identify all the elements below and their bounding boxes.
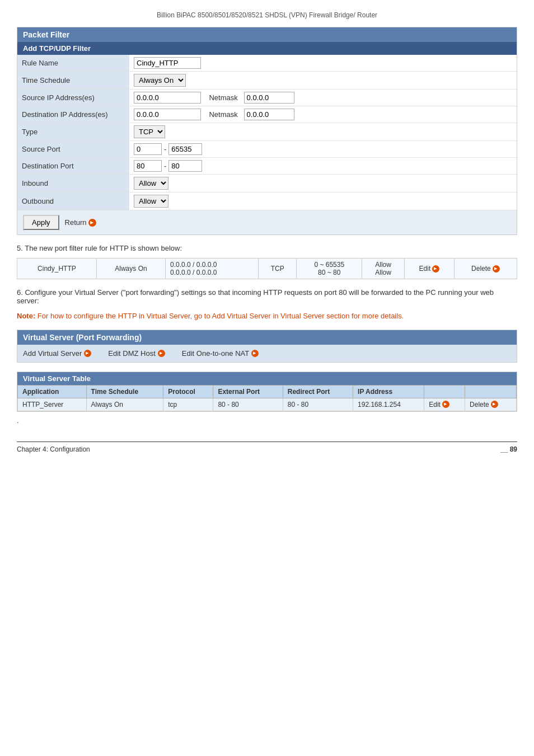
vs-table-row: HTTP_Server Always On tcp 80 - 80 80 - 8… <box>18 398 517 411</box>
time-schedule-select[interactable]: Always On <box>134 74 186 87</box>
vs-delete-icon <box>491 401 498 408</box>
page-header: Billion BiPAC 8500/8501/8520/8521 SHDSL … <box>17 11 517 19</box>
dest-netmask-label: Netmask <box>209 110 237 119</box>
vs-redirect-port: 80 - 80 <box>283 398 353 411</box>
apply-row: Apply Return <box>17 210 517 234</box>
packet-filter-title: Packet Filter <box>17 27 517 42</box>
inbound-select[interactable]: Allow <box>134 177 168 190</box>
vs-table-title: Virtual Server Table <box>17 372 517 385</box>
filter-rule-name: Cindy_HTTP <box>17 259 97 279</box>
filter-port-cell: 0 ~ 65535 80 ~ 80 <box>297 259 362 279</box>
return-button[interactable]: Return <box>65 218 96 227</box>
note-text: Note: For how to configure the HTTP in V… <box>17 311 517 322</box>
source-ip-input[interactable] <box>134 92 201 104</box>
rule-name-row: Rule Name <box>17 55 517 72</box>
vs-time-schedule: Always On <box>86 398 163 411</box>
time-schedule-row: Time Schedule Always On <box>17 72 517 90</box>
outbound-row: Outbound Allow <box>17 192 517 210</box>
vs-app: HTTP_Server <box>18 398 87 411</box>
footer-page: __ 89 <box>500 445 517 453</box>
vs-edit-cell: Edit <box>424 398 465 411</box>
vs-delete-cell: Delete <box>465 398 517 411</box>
vs-title: Virtual Server (Port Forwarding) <box>17 330 517 345</box>
dest-netmask-input[interactable] <box>244 109 294 120</box>
filter-edit-icon <box>432 265 439 273</box>
vs-protocol: tcp <box>163 398 213 411</box>
vs-header-ip-address: IP Address <box>353 385 424 398</box>
packet-filter-section: Packet Filter Add TCP/UDP Filter Rule Na… <box>17 27 517 235</box>
edit-dmz-icon <box>158 350 165 357</box>
source-port-from-input[interactable] <box>134 143 162 155</box>
filter-delete-button[interactable]: Delete <box>471 265 500 273</box>
source-port-to-input[interactable] <box>168 143 202 155</box>
dest-ip-row: Destination IP Address(es) Netmask <box>17 106 517 123</box>
vs-header-time-schedule: Time Schedule <box>86 385 163 398</box>
filter-ip-cell: 0.0.0.0 / 0.0.0.0 0.0.0.0 / 0.0.0.0 <box>166 259 259 279</box>
dest-port-dash: - <box>164 162 166 170</box>
vs-header-application: Application <box>18 385 87 398</box>
inbound-row: Inbound Allow <box>17 175 517 192</box>
rule-name-input[interactable] <box>134 57 201 69</box>
vs-header-edit <box>424 385 465 398</box>
filter-table-row: Cindy_HTTP Always On 0.0.0.0 / 0.0.0.0 0… <box>17 259 517 279</box>
vs-delete-button[interactable]: Delete <box>470 401 498 408</box>
vs-table-section: Virtual Server Table Application Time Sc… <box>17 372 517 412</box>
add-virtual-server-link[interactable]: Add Virtual Server <box>23 349 91 358</box>
edit-dmz-link[interactable]: Edit DMZ Host <box>108 349 165 358</box>
outbound-label: Outbound <box>17 192 129 210</box>
vs-actions: Add Virtual Server Edit DMZ Host Edit On… <box>17 345 517 362</box>
add-vs-icon <box>84 350 91 357</box>
type-row: Type TCP <box>17 123 517 141</box>
rule-name-label: Rule Name <box>17 55 129 72</box>
source-netmask-label: Netmask <box>209 93 237 102</box>
dest-port-from-input[interactable] <box>134 160 162 172</box>
dest-ip-label: Destination IP Address(es) <box>17 106 129 123</box>
source-netmask-input[interactable] <box>244 92 294 104</box>
filter-edit-button[interactable]: Edit <box>419 265 440 273</box>
edit-nat-link[interactable]: Edit One-to-one NAT <box>182 349 259 358</box>
dest-port-to-input[interactable] <box>168 160 202 172</box>
source-ip-label: Source IP Address(es) <box>17 90 129 106</box>
type-select[interactable]: TCP <box>134 125 165 138</box>
vs-header-external-port: External Port <box>213 385 283 398</box>
note-prefix: Note: <box>17 312 35 320</box>
vs-edit-icon <box>442 401 449 408</box>
inbound-label: Inbound <box>17 175 129 192</box>
dest-port-row: Destination Port - <box>17 158 517 175</box>
type-label: Type <box>17 123 129 141</box>
dest-ip-input[interactable] <box>134 109 201 120</box>
filter-delete-cell: Delete <box>454 259 517 279</box>
return-icon <box>88 219 96 227</box>
packet-filter-form: Rule Name Time Schedule Always On Source… <box>17 55 517 210</box>
filter-protocol: TCP <box>259 259 297 279</box>
return-label: Return <box>65 218 87 227</box>
filter-edit-cell: Edit <box>404 259 454 279</box>
vs-ip-address: 192.168.1.254 <box>353 398 424 411</box>
source-port-row: Source Port - <box>17 141 517 158</box>
filter-allow-cell: Allow Allow <box>362 259 405 279</box>
outbound-select[interactable]: Allow <box>134 195 168 208</box>
vs-table-header-row: Application Time Schedule Protocol Exter… <box>18 385 517 398</box>
time-schedule-label: Time Schedule <box>17 72 129 90</box>
apply-button[interactable]: Apply <box>23 215 59 230</box>
filter-result-table: Cindy_HTTP Always On 0.0.0.0 / 0.0.0.0 0… <box>17 258 517 279</box>
edit-nat-icon <box>251 350 259 357</box>
source-port-label: Source Port <box>17 141 129 158</box>
step5-text: 5. The new port filter rule for HTTP is … <box>17 244 517 252</box>
trailing-dot: . <box>17 416 517 425</box>
vs-header-redirect-port: Redirect Port <box>283 385 353 398</box>
source-port-dash: - <box>164 145 166 153</box>
vs-header-delete <box>465 385 517 398</box>
vs-table: Application Time Schedule Protocol Exter… <box>17 385 517 411</box>
vs-header-protocol: Protocol <box>163 385 213 398</box>
filter-always-on: Always On <box>96 259 165 279</box>
virtual-server-section: Virtual Server (Port Forwarding) Add Vir… <box>17 330 517 363</box>
footer-chapter: Chapter 4: Configuration <box>17 445 90 453</box>
dest-port-label: Destination Port <box>17 158 129 175</box>
note-body: For how to configure the HTTP in Virtual… <box>38 312 404 320</box>
add-tcp-udp-title: Add TCP/UDP Filter <box>17 42 517 55</box>
filter-delete-icon <box>493 265 500 273</box>
vs-edit-button[interactable]: Edit <box>429 401 449 408</box>
source-ip-row: Source IP Address(es) Netmask <box>17 90 517 106</box>
vs-external-port: 80 - 80 <box>213 398 283 411</box>
